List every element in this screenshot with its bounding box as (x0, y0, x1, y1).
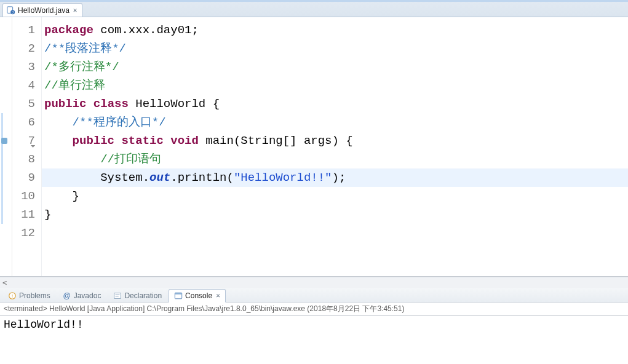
line-number: 7⏷ (12, 132, 35, 150)
tab-label: Problems (19, 291, 50, 300)
code-line[interactable]: /**段落注释*/ (42, 39, 628, 58)
svg-text:J: J (12, 10, 14, 14)
views-tab-bar: !Problems@JavadocDeclarationConsole✕ (0, 288, 628, 303)
override-marker-icon (1, 138, 7, 144)
line-number: 4 (12, 76, 35, 95)
tab-problems[interactable]: !Problems (2, 289, 56, 303)
editor-horizontal-scrollbar[interactable]: < (0, 277, 628, 288)
line-number: 9 (12, 168, 35, 187)
code-line[interactable]: //单行注释 (42, 76, 628, 95)
editor-code-area[interactable]: package com.xxx.day01;/**段落注释*//*多行注释*//… (42, 17, 628, 276)
code-line[interactable]: public static void main(String[] args) { (42, 132, 628, 150)
svg-text:!: ! (12, 293, 13, 298)
svg-rect-5 (114, 293, 121, 298)
code-editor[interactable]: 1234567⏷89101112 package com.xxx.day01;/… (0, 17, 628, 277)
tab-javadoc[interactable]: @Javadoc (57, 289, 107, 303)
console-icon (174, 291, 183, 300)
tab-console[interactable]: Console✕ (169, 289, 226, 303)
scroll-left-glyph: < (2, 279, 7, 287)
close-icon[interactable]: ✕ (73, 6, 78, 14)
tab-label: Javadoc (74, 291, 101, 300)
console-status-line: <terminated> HelloWorld [Java Applicatio… (0, 303, 628, 316)
editor-line-gutter: 1234567⏷89101112 (12, 17, 42, 276)
line-number: 11 (12, 205, 35, 224)
code-line[interactable]: package com.xxx.day01; (42, 21, 628, 39)
line-number: 3 (12, 58, 35, 76)
close-icon[interactable]: ✕ (216, 291, 220, 299)
line-number: 1 (12, 21, 35, 39)
line-number: 6 (12, 113, 35, 132)
line-number: 12 (12, 224, 35, 242)
line-number: 8 (12, 150, 35, 168)
code-line[interactable] (42, 224, 628, 242)
code-line[interactable]: /*多行注释*/ (42, 58, 628, 76)
declaration-icon (113, 291, 122, 300)
code-line[interactable]: /**程序的入口*/ (42, 113, 628, 132)
tab-label: Declaration (124, 291, 162, 300)
tab-label: Console (185, 291, 212, 300)
javadoc-icon: @ (63, 291, 71, 300)
problems-icon: ! (8, 291, 17, 300)
line-number: 2 (12, 39, 35, 58)
editor-left-margin (0, 17, 12, 276)
code-line[interactable]: } (42, 205, 628, 224)
console-view: <terminated> HelloWorld [Java Applicatio… (0, 303, 628, 364)
code-line[interactable]: //打印语句 (42, 150, 628, 168)
editor-tab-bar: J HelloWorld.java ✕ (0, 2, 628, 17)
code-line[interactable]: } (42, 187, 628, 205)
fold-range-indicator[interactable] (1, 113, 3, 224)
line-number: 5 (12, 95, 35, 113)
line-number: 10 (12, 187, 35, 205)
java-file-icon: J (7, 6, 15, 15)
editor-tab-label: HelloWorld.java (18, 6, 70, 15)
code-line[interactable]: System.out.println("HelloWorld!!"); (42, 168, 628, 187)
code-line[interactable]: public class HelloWorld { (42, 95, 628, 113)
tab-declaration[interactable]: Declaration (108, 289, 167, 303)
editor-tab-helloworld[interactable]: J HelloWorld.java ✕ (2, 3, 82, 17)
svg-rect-9 (175, 293, 181, 295)
console-output[interactable]: HelloWorld!! (0, 316, 628, 364)
